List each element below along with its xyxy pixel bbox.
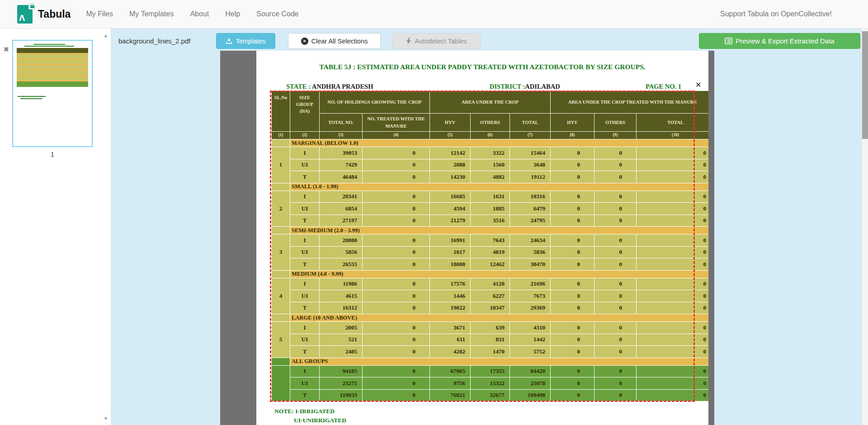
thumb-subtitle-line <box>24 46 74 47</box>
pageno-value: 1 <box>678 83 681 90</box>
pdf-glyph: Λ <box>19 14 25 23</box>
nav-item-my-files[interactable]: My Files <box>86 10 113 18</box>
pdf-pageno-line: PAGE NO. 1 <box>646 83 681 91</box>
clear-all-selections-button[interactable]: ✕ Clear All Selections <box>288 33 381 49</box>
support-link[interactable]: Support Tabula on OpenCollective! <box>720 10 832 18</box>
brand-title[interactable]: Tabula <box>38 8 71 20</box>
nav-item-my-templates[interactable]: My Templates <box>129 10 174 18</box>
templates-button[interactable]: Templates <box>216 33 275 49</box>
scrollbar-thumb[interactable] <box>862 31 868 139</box>
thumbnail-page-number: 1 <box>0 151 105 158</box>
page-thumbnail[interactable] <box>12 40 93 147</box>
list-alt-icon <box>725 38 732 44</box>
autodetect-tables-button[interactable]: Autodetect Tables <box>392 33 481 49</box>
open-filename: background_lines_2.pdf <box>118 37 190 45</box>
nav-item-about[interactable]: About <box>190 10 209 18</box>
save-icon <box>226 38 232 44</box>
state-label: STATE : <box>286 83 312 90</box>
thumb-note-line <box>20 98 42 99</box>
top-navbar: Λ Tabula My FilesMy TemplatesAboutHelpSo… <box>0 0 868 29</box>
nav-menu: My FilesMy TemplatesAboutHelpSource Code <box>86 10 298 18</box>
nav-item-help[interactable]: Help <box>225 10 240 18</box>
pageno-label: PAGE NO. <box>646 83 678 90</box>
thumb-table <box>17 48 88 87</box>
pdf-note-line2: UI-UNIRRIGATED <box>294 417 346 424</box>
remove-page-icon[interactable]: ✖ <box>4 46 9 53</box>
selection-box[interactable] <box>270 91 695 402</box>
lock-icon <box>28 3 35 10</box>
pdf-state-line: STATE : ANDHRA PRADESH <box>286 83 373 91</box>
pdf-district-line: DISTRICT :ADILABAD <box>490 83 560 91</box>
page-thumbnails-sidebar: ✖ 1 ▲ ▼ <box>0 29 111 425</box>
autodetect-label: Autodetect Tables <box>415 38 467 45</box>
sidebar-scroll-up-icon[interactable]: ▲ <box>104 33 108 38</box>
state-value: ANDHRA PRADESH <box>312 83 373 90</box>
clear-label: Clear All Selections <box>311 38 368 45</box>
thumb-note-line <box>18 96 46 97</box>
district-value: ADILABAD <box>525 83 560 90</box>
sidebar-scroll-down-icon[interactable]: ▼ <box>104 416 108 421</box>
district-label: DISTRICT : <box>490 83 525 90</box>
page-scan-edge <box>220 51 256 425</box>
remove-circle-icon: ✕ <box>301 38 308 45</box>
page-scan-edge <box>708 51 714 425</box>
preview-export-button[interactable]: Preview & Export Extracted Data <box>699 33 860 49</box>
delete-selection-icon[interactable]: ✕ <box>695 81 701 89</box>
templates-label: Templates <box>236 38 265 45</box>
pdf-page[interactable]: TABLE 5J : ESTIMATED AREA UNDER PADDY TR… <box>220 51 714 425</box>
export-label: Preview & Export Extracted Data <box>736 37 834 45</box>
nav-item-source-code[interactable]: Source Code <box>256 10 298 18</box>
lightning-icon <box>406 38 411 45</box>
pdf-note-line1: NOTE: I-IRRIGATED <box>274 408 335 415</box>
thumb-title-line <box>33 44 65 45</box>
pdf-table-title: TABLE 5J : ESTIMATED AREA UNDER PADDY TR… <box>256 63 708 71</box>
main-scrollbar[interactable] <box>861 29 868 425</box>
tabula-logo-icon[interactable]: Λ <box>17 5 33 24</box>
